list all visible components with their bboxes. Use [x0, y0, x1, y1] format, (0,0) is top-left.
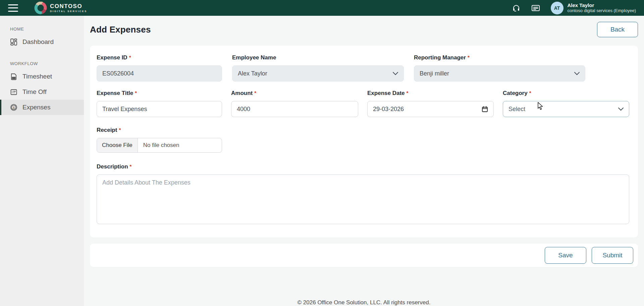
required-asterisk: *: [135, 90, 137, 96]
sidebar-item-label: Dashboard: [22, 38, 54, 46]
required-asterisk: *: [254, 90, 256, 96]
time-off-icon: [10, 88, 17, 96]
employee-name-select[interactable]: Alex Taylor: [232, 65, 404, 82]
required-asterisk: *: [129, 54, 131, 60]
amount-field-group: Amount *: [231, 90, 358, 117]
user-name: Alex Taylor: [568, 2, 636, 8]
feedback-icon[interactable]: [531, 4, 540, 12]
form-actions-card: Save Submit: [90, 244, 638, 267]
required-asterisk: *: [468, 54, 470, 60]
receipt-field-group: Receipt * Choose File No file chosen: [97, 127, 629, 153]
brand-name: CONTOSO: [50, 3, 87, 9]
file-status-text: No file chosen: [138, 138, 185, 152]
expense-form-card: Expense ID * Employee Name Alex Taylor: [90, 46, 638, 238]
sidebar-item-label: Time Off: [22, 88, 47, 96]
chevron-down-icon: [574, 72, 580, 75]
amount-label: Amount: [231, 90, 253, 97]
save-button[interactable]: Save: [545, 247, 586, 264]
svg-text:$: $: [13, 106, 14, 109]
amount-input[interactable]: [231, 101, 358, 117]
timesheet-icon: [10, 73, 17, 80]
copyright-footer: © 2026 Office One Solution, LLC. All rig…: [90, 299, 638, 306]
receipt-file-input[interactable]: Choose File No file chosen: [97, 138, 222, 153]
description-label: Description: [97, 163, 128, 170]
user-menu[interactable]: Alex Taylor contoso digital services (Em…: [568, 2, 636, 13]
category-field-group: Category * Select: [503, 90, 629, 117]
reporting-manager-field-group: Reporting Manager * Benji miller: [414, 54, 585, 82]
submit-button[interactable]: Submit: [592, 247, 633, 264]
required-asterisk: *: [130, 163, 132, 169]
expense-date-label: Expense Date: [367, 90, 405, 97]
contoso-logo-icon: [34, 2, 47, 14]
receipt-label: Receipt: [97, 127, 117, 134]
required-asterisk: *: [119, 127, 121, 133]
reporting-manager-select[interactable]: Benji miller: [414, 65, 585, 82]
expense-title-field-group: Expense Title *: [97, 90, 222, 117]
sidebar-section-home: HOME: [0, 27, 84, 32]
category-label: Category: [503, 90, 528, 97]
expense-id-label: Expense ID: [97, 54, 127, 61]
sidebar: HOME Dashboard WORKFLOW Timesheet: [0, 16, 84, 306]
expense-title-input[interactable]: [97, 101, 222, 117]
description-textarea[interactable]: [97, 174, 629, 224]
brand-tagline: DIGITAL SERVICES: [50, 10, 87, 13]
reporting-manager-label: Reporting Manager: [414, 54, 466, 61]
sidebar-item-label: Expenses: [22, 104, 50, 111]
sidebar-section-workflow: WORKFLOW: [0, 61, 84, 66]
choose-file-button[interactable]: Choose File: [97, 138, 138, 152]
expenses-icon: $: [10, 104, 17, 111]
headset-icon[interactable]: [512, 4, 521, 12]
chevron-down-icon: [393, 72, 398, 75]
description-field-group: Description *: [97, 163, 629, 224]
avatar[interactable]: AT: [551, 2, 564, 14]
employee-name-field-group: Employee Name Alex Taylor: [232, 54, 404, 82]
back-button[interactable]: Back: [597, 22, 638, 37]
required-asterisk: *: [529, 90, 531, 96]
sidebar-item-time-off[interactable]: Time Off: [0, 84, 84, 100]
expense-id-input: [97, 65, 222, 82]
sidebar-item-label: Timesheet: [22, 73, 52, 80]
expense-date-input[interactable]: 29-03-2026: [367, 101, 494, 117]
expense-title-label: Expense Title: [97, 90, 133, 97]
dashboard-grid-icon: [10, 38, 17, 46]
employee-name-label: Employee Name: [232, 54, 276, 61]
required-asterisk: *: [407, 90, 409, 96]
sidebar-item-expenses[interactable]: $ Expenses: [0, 100, 84, 115]
hamburger-menu-icon[interactable]: [8, 4, 18, 12]
sidebar-item-dashboard[interactable]: Dashboard: [0, 34, 84, 50]
page-title: Add Expenses: [90, 24, 151, 35]
category-select[interactable]: Select: [503, 101, 629, 117]
calendar-icon[interactable]: [482, 106, 488, 112]
contoso-logo: CONTOSO DIGITAL SERVICES: [34, 2, 87, 14]
expense-date-field-group: Expense Date * 29-03-2026: [367, 90, 494, 117]
expense-id-field-group: Expense ID *: [97, 54, 222, 82]
chevron-down-icon: [618, 107, 624, 111]
user-subtitle: contoso digital services (Employee): [568, 8, 636, 13]
top-bar: CONTOSO DIGITAL SERVICES AT Alex Taylor …: [0, 0, 644, 16]
sidebar-item-timesheet[interactable]: Timesheet: [0, 69, 84, 84]
main-content: Add Expenses Back Expense ID * Employee …: [84, 16, 644, 306]
